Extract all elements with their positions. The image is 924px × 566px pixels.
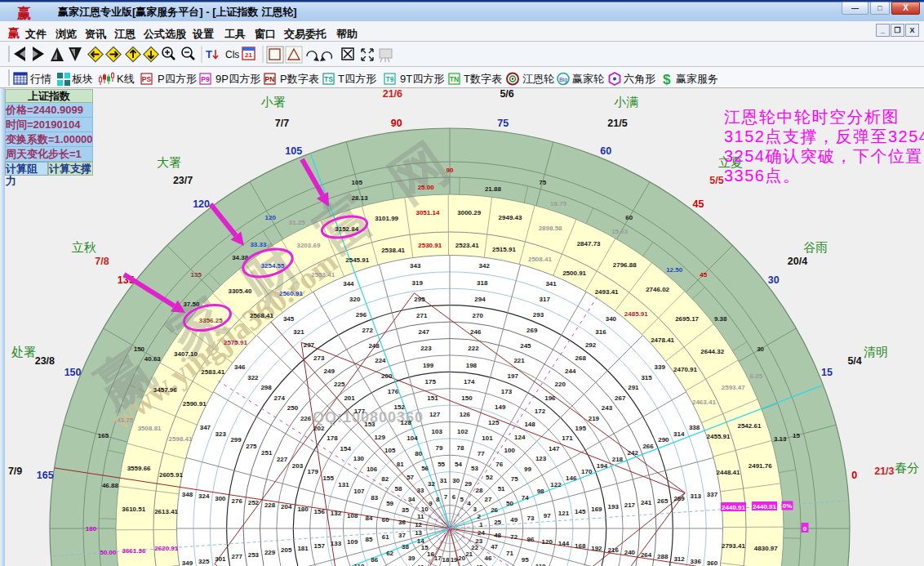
svg-text:2847.73: 2847.73 bbox=[577, 240, 601, 247]
svg-text:2620.91: 2620.91 bbox=[154, 545, 178, 552]
svg-text:2491.76: 2491.76 bbox=[749, 462, 772, 470]
svg-text:216: 216 bbox=[608, 546, 620, 554]
svg-text:108: 108 bbox=[347, 512, 358, 519]
svg-text:246: 246 bbox=[470, 328, 482, 336]
svg-text:342: 342 bbox=[479, 262, 491, 270]
svg-text:21.88: 21.88 bbox=[485, 185, 502, 193]
svg-text:251: 251 bbox=[261, 449, 273, 457]
svg-text:270: 270 bbox=[473, 312, 484, 319]
svg-text:P数字表: P数字表 bbox=[280, 73, 319, 85]
svg-text:56: 56 bbox=[421, 465, 429, 472]
svg-text:37: 37 bbox=[398, 532, 406, 539]
svg-text:135: 135 bbox=[191, 271, 202, 279]
svg-text:2463.41: 2463.41 bbox=[692, 399, 716, 406]
svg-text:180: 180 bbox=[297, 506, 309, 513]
svg-text:223: 223 bbox=[420, 345, 432, 352]
svg-text:72: 72 bbox=[510, 533, 518, 541]
svg-text:$: $ bbox=[663, 72, 671, 87]
svg-text:222: 222 bbox=[468, 345, 479, 352]
svg-text:121: 121 bbox=[558, 510, 570, 517]
svg-text:3407.10: 3407.10 bbox=[174, 350, 198, 358]
svg-text:18.75: 18.75 bbox=[550, 200, 567, 207]
svg-text:T: T bbox=[206, 48, 212, 60]
svg-text:33: 33 bbox=[417, 487, 424, 494]
svg-text:120: 120 bbox=[193, 198, 210, 210]
svg-text:225: 225 bbox=[334, 381, 345, 388]
svg-text:2455.91: 2455.91 bbox=[707, 433, 731, 440]
svg-text:51: 51 bbox=[498, 485, 505, 492]
svg-text:347: 347 bbox=[200, 424, 211, 431]
svg-text:45: 45 bbox=[700, 271, 707, 279]
svg-text:220: 220 bbox=[555, 381, 566, 388]
svg-text:2793.41: 2793.41 bbox=[722, 542, 745, 550]
svg-text:266: 266 bbox=[642, 443, 654, 450]
svg-text:288: 288 bbox=[657, 553, 669, 560]
svg-text:9P四方形: 9P四方形 bbox=[215, 73, 260, 85]
svg-text:21/5: 21/5 bbox=[607, 118, 627, 129]
svg-text:18: 18 bbox=[442, 556, 449, 564]
svg-text:0: 0 bbox=[851, 470, 857, 481]
svg-text:125: 125 bbox=[488, 419, 500, 426]
svg-text:2590.91: 2590.91 bbox=[183, 400, 207, 408]
svg-text:197: 197 bbox=[508, 372, 519, 380]
svg-text:152: 152 bbox=[394, 403, 406, 411]
svg-text:赢家轮: 赢家轮 bbox=[572, 73, 604, 85]
svg-text:处署: 处署 bbox=[11, 345, 36, 359]
svg-text:337: 337 bbox=[707, 491, 718, 498]
svg-text:314: 314 bbox=[673, 430, 685, 438]
svg-text:3508.81: 3508.81 bbox=[138, 425, 162, 432]
svg-text:74: 74 bbox=[522, 494, 529, 501]
svg-text:157: 157 bbox=[314, 542, 326, 550]
svg-text:95: 95 bbox=[522, 556, 529, 564]
svg-text:2553.41: 2553.41 bbox=[311, 271, 335, 279]
svg-text:T四方形: T四方形 bbox=[338, 73, 376, 85]
svg-text:2440.91: 2440.91 bbox=[753, 503, 776, 510]
svg-text:265: 265 bbox=[657, 497, 669, 505]
svg-text:12.50: 12.50 bbox=[666, 266, 683, 274]
svg-text:35: 35 bbox=[402, 506, 409, 514]
svg-text:P四方形: P四方形 bbox=[158, 73, 197, 85]
svg-text:120: 120 bbox=[542, 538, 553, 546]
svg-text:319: 319 bbox=[412, 279, 424, 287]
svg-text:9.38: 9.38 bbox=[714, 315, 727, 323]
svg-text:147: 147 bbox=[549, 445, 560, 452]
svg-text:132: 132 bbox=[331, 510, 342, 517]
svg-text:177: 177 bbox=[354, 408, 366, 415]
svg-text:34: 34 bbox=[408, 496, 415, 503]
svg-text:105: 105 bbox=[285, 145, 302, 157]
svg-text:101: 101 bbox=[482, 435, 493, 442]
svg-text:171: 171 bbox=[562, 435, 573, 442]
svg-text:58: 58 bbox=[394, 485, 402, 492]
svg-text:62: 62 bbox=[386, 550, 393, 557]
svg-text:199: 199 bbox=[423, 362, 434, 369]
svg-text:5/5: 5/5 bbox=[709, 175, 723, 186]
svg-text:145: 145 bbox=[575, 508, 586, 515]
svg-text:K线: K线 bbox=[117, 73, 135, 85]
svg-text:3610.51: 3610.51 bbox=[122, 506, 145, 513]
svg-text:23: 23 bbox=[475, 537, 482, 545]
svg-text:229: 229 bbox=[264, 549, 276, 556]
svg-text:75: 75 bbox=[511, 475, 518, 483]
svg-text:291: 291 bbox=[628, 384, 639, 391]
svg-text:276: 276 bbox=[232, 497, 243, 505]
svg-text:109: 109 bbox=[347, 538, 358, 546]
svg-text:9T四方形: 9T四方形 bbox=[400, 73, 444, 85]
svg-text:2568.41: 2568.41 bbox=[250, 312, 273, 319]
svg-text:131: 131 bbox=[338, 481, 349, 488]
svg-text:2598.41: 2598.41 bbox=[169, 435, 193, 443]
svg-text:Cls: Cls bbox=[225, 49, 239, 60]
svg-text:273: 273 bbox=[313, 354, 325, 362]
svg-text:120: 120 bbox=[265, 214, 277, 221]
svg-text:10: 10 bbox=[421, 506, 429, 513]
svg-text:21/6: 21/6 bbox=[383, 88, 402, 100]
svg-text:2898.58: 2898.58 bbox=[539, 225, 562, 232]
svg-text:149: 149 bbox=[495, 403, 506, 411]
svg-text:2440.91: 2440.91 bbox=[722, 504, 745, 511]
svg-text:165: 165 bbox=[98, 432, 109, 439]
svg-text:127: 127 bbox=[429, 411, 441, 418]
svg-text:165: 165 bbox=[37, 470, 54, 481]
svg-text:22: 22 bbox=[471, 544, 478, 551]
svg-text:54: 54 bbox=[455, 461, 462, 468]
svg-text:217: 217 bbox=[624, 501, 636, 509]
svg-text:348: 348 bbox=[182, 491, 193, 498]
